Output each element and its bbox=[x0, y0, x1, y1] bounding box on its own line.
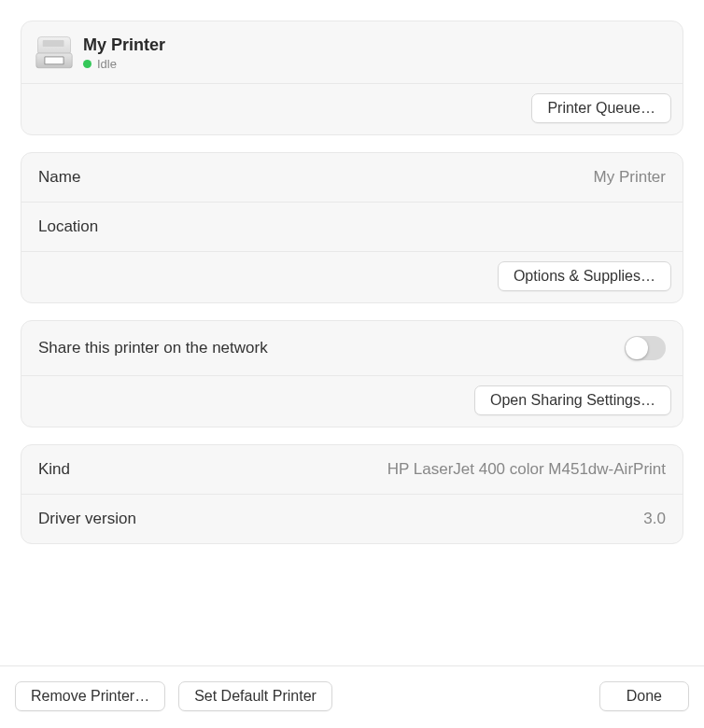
printer-status: Idle bbox=[97, 57, 117, 71]
options-supplies-button[interactable]: Options & Supplies… bbox=[498, 261, 671, 291]
status-indicator-dot bbox=[83, 60, 92, 68]
location-label: Location bbox=[38, 217, 98, 236]
driver-row: Driver version 3.0 bbox=[21, 495, 683, 543]
set-default-printer-button[interactable]: Set Default Printer bbox=[178, 681, 332, 711]
printer-header-panel: My Printer Idle Printer Queue… bbox=[21, 21, 683, 135]
sharing-panel: Share this printer on the network Open S… bbox=[21, 320, 683, 427]
svg-rect-4 bbox=[45, 57, 63, 63]
kind-value: HP LaserJet 400 color M451dw-AirPrint bbox=[387, 460, 666, 479]
printer-icon bbox=[35, 35, 74, 72]
footer: Remove Printer… Set Default Printer Done bbox=[0, 665, 704, 728]
kind-row: Kind HP LaserJet 400 color M451dw-AirPri… bbox=[21, 445, 683, 495]
driver-value: 3.0 bbox=[643, 510, 666, 528]
toggle-knob bbox=[626, 337, 648, 359]
done-button[interactable]: Done bbox=[599, 681, 689, 711]
svg-rect-1 bbox=[43, 40, 64, 47]
printer-queue-button[interactable]: Printer Queue… bbox=[531, 93, 671, 123]
printer-header-row: My Printer Idle bbox=[21, 21, 683, 84]
kind-label: Kind bbox=[38, 460, 70, 479]
printer-details-panel: Name My Printer Location Options & Suppl… bbox=[21, 152, 683, 303]
name-row[interactable]: Name My Printer bbox=[21, 153, 683, 203]
name-value: My Printer bbox=[594, 168, 666, 187]
name-label: Name bbox=[38, 168, 80, 187]
location-row[interactable]: Location bbox=[21, 203, 683, 252]
printer-name: My Printer bbox=[83, 35, 165, 55]
info-panel: Kind HP LaserJet 400 color M451dw-AirPri… bbox=[21, 444, 683, 544]
share-toggle[interactable] bbox=[625, 336, 666, 360]
share-label: Share this printer on the network bbox=[38, 339, 268, 357]
open-sharing-settings-button[interactable]: Open Sharing Settings… bbox=[474, 385, 671, 415]
remove-printer-button[interactable]: Remove Printer… bbox=[15, 681, 165, 711]
driver-label: Driver version bbox=[38, 510, 136, 528]
share-row: Share this printer on the network bbox=[21, 321, 683, 376]
